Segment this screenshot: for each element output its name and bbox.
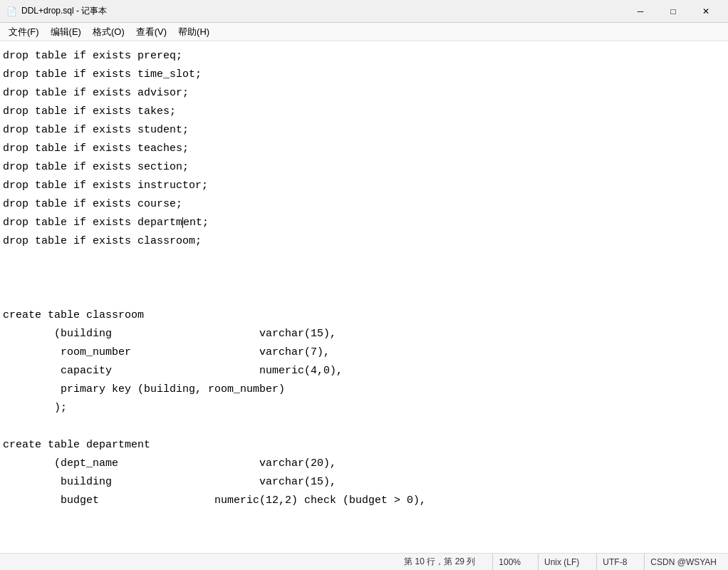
window-controls: ─ □ ✕ xyxy=(624,0,722,23)
window-title: DDL+drop.sql - 记事本 xyxy=(21,5,624,17)
status-encoding: UTF-8 xyxy=(596,554,633,570)
menu-edit[interactable]: 编辑(E) xyxy=(45,23,87,41)
close-button[interactable]: ✕ xyxy=(690,0,722,23)
menu-bar: 文件(F) 编辑(E) 格式(O) 查看(V) 帮助(H) xyxy=(0,23,728,41)
status-position: 第 10 行，第 29 列 xyxy=(6,554,481,570)
status-extra: CSDN @WSYAH xyxy=(644,554,722,570)
status-zoom: 100% xyxy=(492,554,526,570)
status-line-ending: Unix (LF) xyxy=(538,554,585,570)
minimize-button[interactable]: ─ xyxy=(624,0,657,23)
title-bar: 📄 DDL+drop.sql - 记事本 ─ □ ✕ xyxy=(0,0,728,23)
menu-view[interactable]: 查看(V) xyxy=(130,23,172,41)
editor-text[interactable]: drop table if exists prereq; drop table … xyxy=(3,47,725,510)
menu-format[interactable]: 格式(O) xyxy=(87,23,130,41)
app-icon: 📄 xyxy=(6,6,17,17)
maximize-button[interactable]: □ xyxy=(657,0,690,23)
status-bar: 第 10 行，第 29 列 100% Unix (LF) UTF-8 CSDN … xyxy=(0,553,728,570)
editor-container: drop table if exists prereq; drop table … xyxy=(0,41,728,553)
menu-file[interactable]: 文件(F) xyxy=(3,23,45,41)
menu-help[interactable]: 帮助(H) xyxy=(172,23,215,41)
editor-scroll-area[interactable]: drop table if exists prereq; drop table … xyxy=(0,41,728,553)
